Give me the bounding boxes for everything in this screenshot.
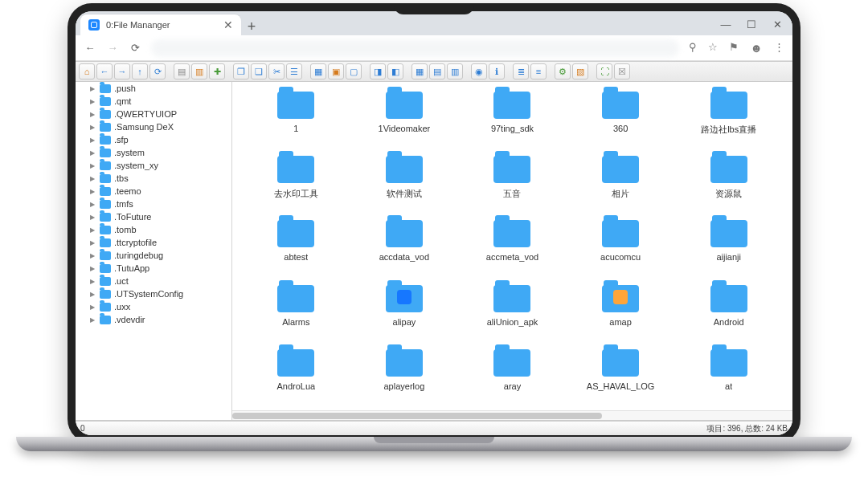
reload-icon[interactable]: ⟳ bbox=[149, 63, 166, 79]
folder-item[interactable]: at bbox=[674, 344, 783, 405]
tree-item[interactable]: ▶.qmt bbox=[76, 95, 231, 108]
tree-caret-icon: ▶ bbox=[90, 252, 96, 259]
tree-item[interactable]: ▶.uxx bbox=[76, 300, 231, 313]
tree-item[interactable]: ▶.uct bbox=[76, 275, 231, 287]
search-icon[interactable]: ⚲ bbox=[689, 41, 697, 55]
folder-item[interactable]: accmeta_vod bbox=[458, 215, 567, 276]
panel-left-icon[interactable]: ◨ bbox=[370, 63, 386, 79]
folder-item[interactable]: 软件测试 bbox=[350, 151, 459, 212]
settings-icon[interactable]: ⚙ bbox=[555, 63, 571, 79]
tree-item[interactable]: ▶.Samsung DeX bbox=[76, 120, 231, 133]
folder-item[interactable]: 去水印工具 bbox=[242, 151, 350, 212]
new-file-icon[interactable]: ▤ bbox=[174, 63, 190, 79]
panel-right-icon[interactable]: ◧ bbox=[387, 63, 403, 79]
folder-icon bbox=[386, 156, 423, 183]
forward-icon[interactable]: → bbox=[114, 63, 130, 79]
horizontal-scrollbar[interactable] bbox=[232, 410, 792, 420]
folder-item[interactable]: Alarms bbox=[242, 280, 350, 341]
tree-item[interactable]: ▶.turingdebug bbox=[76, 249, 231, 262]
folder-item[interactable]: accdata_vod bbox=[350, 215, 459, 276]
tree-item[interactable]: ▶.vdevdir bbox=[76, 313, 231, 326]
nav-reload-button[interactable]: ⟳ bbox=[129, 42, 141, 54]
tree-item[interactable]: ▶.tmfs bbox=[76, 198, 231, 210]
home-icon[interactable]: ⌂ bbox=[79, 63, 95, 79]
folder-icon bbox=[386, 285, 423, 312]
folder-item[interactable]: 1Videomaker bbox=[350, 87, 459, 148]
clipboard-icon[interactable]: ☰ bbox=[286, 63, 302, 79]
tree-item[interactable]: ▶.teemo bbox=[76, 185, 231, 198]
tree-item[interactable]: ▶.QWERTYUIOP bbox=[76, 108, 231, 120]
cut-icon[interactable]: ✂ bbox=[268, 63, 285, 79]
filter-icon[interactable]: ≡ bbox=[530, 63, 547, 79]
tree-item[interactable]: ▶.sfp bbox=[76, 133, 231, 146]
paste-icon[interactable]: ❏ bbox=[251, 63, 267, 79]
folder-item[interactable]: aray bbox=[458, 344, 567, 405]
select-all-icon[interactable]: ▦ bbox=[310, 63, 326, 79]
save-icon[interactable]: ✚ bbox=[209, 63, 225, 79]
sidebar-tree[interactable]: ▶.push▶.qmt▶.QWERTYUIOP▶.Samsung DeX▶.sf… bbox=[76, 82, 232, 420]
folder-item[interactable]: 97ting_sdk bbox=[458, 87, 567, 148]
folder-item[interactable]: Android bbox=[674, 280, 783, 341]
folder-grid[interactable]: 11Videomaker97ting_sdk360路边社lbs直播去水印工具软件… bbox=[232, 82, 792, 410]
tree-item[interactable]: ▶.UTSystemConfig bbox=[76, 287, 231, 300]
folder-item[interactable]: amap bbox=[567, 280, 675, 341]
tree-item[interactable]: ▶.tbs bbox=[76, 172, 231, 185]
copy-icon[interactable]: ❐ bbox=[233, 63, 249, 79]
sort-icon[interactable]: ≣ bbox=[513, 63, 529, 79]
folder-icon bbox=[602, 92, 639, 119]
profile-icon[interactable]: ☻ bbox=[750, 41, 763, 55]
tree-item[interactable]: ▶.tomb bbox=[76, 223, 231, 236]
fullscreen-icon[interactable]: ⛶ bbox=[596, 63, 612, 79]
address-input[interactable] bbox=[151, 39, 679, 57]
folder-item[interactable]: abtest bbox=[242, 215, 350, 276]
folder-icon bbox=[277, 349, 314, 377]
folder-item[interactable]: aijianji bbox=[674, 215, 783, 276]
folder-item[interactable]: aliUnion_apk bbox=[458, 280, 567, 341]
unselect-icon[interactable]: ▢ bbox=[346, 63, 362, 79]
tree-item-label: .sfp bbox=[114, 135, 129, 145]
browser-tab[interactable]: 0:File Mananger ✕ bbox=[80, 14, 241, 35]
delete-icon[interactable]: ▣ bbox=[328, 63, 344, 79]
nav-back-button[interactable]: ← bbox=[84, 42, 96, 54]
view-tree-icon[interactable]: ▥ bbox=[447, 63, 463, 79]
folder-item[interactable]: 路边社lbs直播 bbox=[674, 87, 783, 148]
window-close-button[interactable]: ✕ bbox=[772, 18, 783, 31]
tree-item[interactable]: ▶.system_xy bbox=[76, 159, 231, 172]
folder-item[interactable]: 资源鼠 bbox=[674, 151, 783, 212]
window-minimize-button[interactable]: — bbox=[720, 18, 731, 31]
menu-icon[interactable]: ⋮ bbox=[774, 41, 784, 55]
folder-item[interactable]: 相片 bbox=[567, 151, 675, 212]
tree-item[interactable]: ▶.ttcryptofile bbox=[76, 236, 231, 249]
folder-item[interactable]: 五音 bbox=[458, 151, 567, 212]
tag-icon[interactable]: ⚑ bbox=[729, 41, 739, 55]
folder-icon bbox=[602, 220, 639, 247]
tree-item[interactable]: ▶.push bbox=[76, 82, 231, 95]
folder-label: 360 bbox=[613, 124, 628, 133]
view-list-icon[interactable]: ▤ bbox=[429, 63, 445, 79]
close-icon[interactable]: ☒ bbox=[614, 63, 630, 79]
about-icon[interactable]: ▧ bbox=[572, 63, 588, 79]
folder-item[interactable]: 360 bbox=[567, 87, 675, 148]
tree-item[interactable]: ▶.ToFuture bbox=[76, 210, 231, 223]
preview-icon[interactable]: ◉ bbox=[471, 63, 487, 79]
folder-item[interactable]: AS_HAVAL_LOG bbox=[567, 344, 675, 405]
bookmark-icon[interactable]: ☆ bbox=[708, 41, 718, 55]
tree-item-label: .ToFuture bbox=[114, 212, 151, 222]
folder-item[interactable]: aplayerlog bbox=[350, 344, 459, 405]
folder-item[interactable]: alipay bbox=[350, 280, 459, 341]
up-icon[interactable]: ↑ bbox=[132, 63, 148, 79]
back-icon[interactable]: ← bbox=[96, 63, 113, 79]
new-tab-button[interactable]: + bbox=[241, 18, 262, 35]
window-maximize-button[interactable]: ☐ bbox=[746, 18, 757, 31]
tree-item[interactable]: ▶.system bbox=[76, 146, 231, 159]
open-file-icon[interactable]: ▥ bbox=[191, 63, 207, 79]
tree-caret-icon: ▶ bbox=[90, 278, 96, 285]
view-icons-icon[interactable]: ▦ bbox=[411, 63, 428, 79]
folder-item[interactable]: AndroLua bbox=[242, 344, 350, 405]
info-icon[interactable]: ℹ bbox=[489, 63, 505, 79]
tab-close-icon[interactable]: ✕ bbox=[223, 18, 233, 31]
nav-forward-button[interactable]: → bbox=[106, 42, 119, 54]
folder-item[interactable]: 1 bbox=[242, 87, 350, 148]
tree-item[interactable]: ▶.TutuApp bbox=[76, 262, 231, 275]
folder-item[interactable]: acucomcu bbox=[567, 215, 675, 276]
